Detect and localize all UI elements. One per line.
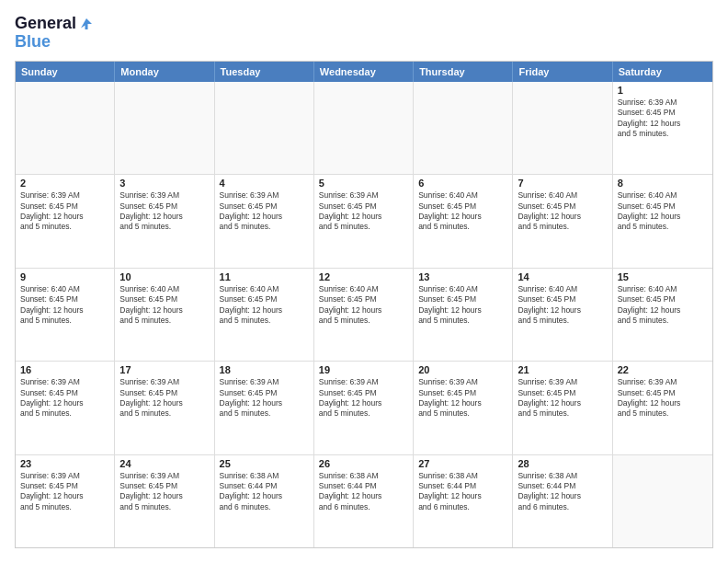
day-info: Sunrise: 6:39 AM Sunset: 6:45 PM Dayligh… [119, 377, 209, 419]
calendar-cell: 20Sunrise: 6:39 AM Sunset: 6:45 PM Dayli… [414, 362, 513, 454]
day-number: 2 [20, 178, 109, 189]
calendar-cell: 14Sunrise: 6:40 AM Sunset: 6:45 PM Dayli… [513, 269, 612, 361]
calendar-row: 1Sunrise: 6:39 AM Sunset: 6:45 PM Daylig… [16, 82, 712, 174]
day-info: Sunrise: 6:39 AM Sunset: 6:45 PM Dayligh… [618, 98, 708, 140]
calendar-cell [613, 455, 712, 547]
day-number: 21 [518, 364, 607, 375]
day-info: Sunrise: 6:40 AM Sunset: 6:45 PM Dayligh… [319, 284, 408, 327]
day-number: 7 [518, 178, 607, 189]
calendar-body: 1Sunrise: 6:39 AM Sunset: 6:45 PM Daylig… [16, 82, 712, 547]
day-number: 18 [220, 364, 309, 375]
calendar-cell: 4Sunrise: 6:39 AM Sunset: 6:45 PM Daylig… [215, 175, 314, 267]
day-info: Sunrise: 6:39 AM Sunset: 6:45 PM Dayligh… [220, 377, 309, 419]
day-number: 16 [20, 364, 109, 375]
weekday-header: Thursday [414, 62, 513, 82]
day-info: Sunrise: 6:40 AM Sunset: 6:45 PM Dayligh… [220, 284, 309, 327]
calendar-cell: 7Sunrise: 6:40 AM Sunset: 6:45 PM Daylig… [513, 175, 612, 267]
day-number: 6 [418, 178, 507, 189]
day-info: Sunrise: 6:39 AM Sunset: 6:45 PM Dayligh… [518, 377, 607, 419]
calendar-cell: 27Sunrise: 6:38 AM Sunset: 6:44 PM Dayli… [414, 455, 513, 547]
day-info: Sunrise: 6:38 AM Sunset: 6:44 PM Dayligh… [518, 471, 607, 513]
calendar-cell: 24Sunrise: 6:39 AM Sunset: 6:45 PM Dayli… [115, 455, 214, 547]
calendar-cell [314, 82, 414, 174]
calendar-cell: 13Sunrise: 6:40 AM Sunset: 6:45 PM Dayli… [414, 269, 513, 361]
calendar-cell: 23Sunrise: 6:39 AM Sunset: 6:45 PM Dayli… [16, 455, 115, 547]
weekday-header: Sunday [16, 62, 115, 82]
day-info: Sunrise: 6:39 AM Sunset: 6:45 PM Dayligh… [418, 377, 507, 419]
day-number: 9 [20, 271, 109, 282]
day-info: Sunrise: 6:40 AM Sunset: 6:45 PM Dayligh… [20, 284, 109, 327]
calendar-header: SundayMondayTuesdayWednesdayThursdayFrid… [16, 62, 712, 82]
page: General Blue SundayMondayTuesdayWednesda… [0, 0, 728, 563]
header: General Blue [15, 15, 713, 52]
calendar-cell: 9Sunrise: 6:40 AM Sunset: 6:45 PM Daylig… [16, 269, 115, 361]
calendar-cell [513, 82, 612, 174]
day-number: 27 [418, 458, 507, 469]
day-number: 4 [220, 178, 309, 189]
day-info: Sunrise: 6:40 AM Sunset: 6:45 PM Dayligh… [518, 190, 607, 233]
calendar-cell: 3Sunrise: 6:39 AM Sunset: 6:45 PM Daylig… [115, 175, 214, 267]
day-number: 14 [518, 271, 607, 282]
day-number: 13 [418, 271, 507, 282]
calendar-cell: 8Sunrise: 6:40 AM Sunset: 6:45 PM Daylig… [613, 175, 712, 267]
day-info: Sunrise: 6:39 AM Sunset: 6:45 PM Dayligh… [220, 190, 309, 233]
day-number: 24 [119, 458, 209, 469]
calendar-cell: 17Sunrise: 6:39 AM Sunset: 6:45 PM Dayli… [115, 362, 214, 454]
calendar-row: 2Sunrise: 6:39 AM Sunset: 6:45 PM Daylig… [16, 174, 712, 267]
day-number: 15 [618, 271, 708, 282]
calendar-row: 16Sunrise: 6:39 AM Sunset: 6:45 PM Dayli… [16, 361, 712, 454]
day-number: 26 [319, 458, 408, 469]
day-number: 22 [618, 364, 708, 375]
weekday-header: Saturday [613, 62, 712, 82]
calendar-cell: 28Sunrise: 6:38 AM Sunset: 6:44 PM Dayli… [513, 455, 612, 547]
day-number: 28 [518, 458, 607, 469]
calendar-cell: 25Sunrise: 6:38 AM Sunset: 6:44 PM Dayli… [215, 455, 314, 547]
calendar-cell: 26Sunrise: 6:38 AM Sunset: 6:44 PM Dayli… [314, 455, 414, 547]
calendar-cell: 11Sunrise: 6:40 AM Sunset: 6:45 PM Dayli… [215, 269, 314, 361]
svg-marker-0 [81, 18, 92, 29]
calendar-cell [16, 82, 115, 174]
day-number: 1 [618, 85, 708, 96]
day-info: Sunrise: 6:38 AM Sunset: 6:44 PM Dayligh… [418, 471, 507, 513]
calendar-cell [414, 82, 513, 174]
calendar-cell: 12Sunrise: 6:40 AM Sunset: 6:45 PM Dayli… [314, 269, 414, 361]
calendar-cell: 21Sunrise: 6:39 AM Sunset: 6:45 PM Dayli… [513, 362, 612, 454]
day-info: Sunrise: 6:39 AM Sunset: 6:45 PM Dayligh… [319, 190, 408, 233]
calendar-cell [215, 82, 314, 174]
day-info: Sunrise: 6:40 AM Sunset: 6:45 PM Dayligh… [119, 284, 209, 327]
day-info: Sunrise: 6:39 AM Sunset: 6:45 PM Dayligh… [119, 471, 209, 513]
calendar-cell: 10Sunrise: 6:40 AM Sunset: 6:45 PM Dayli… [115, 269, 214, 361]
calendar-cell: 18Sunrise: 6:39 AM Sunset: 6:45 PM Dayli… [215, 362, 314, 454]
calendar-cell [115, 82, 214, 174]
calendar-cell: 5Sunrise: 6:39 AM Sunset: 6:45 PM Daylig… [314, 175, 414, 267]
day-info: Sunrise: 6:39 AM Sunset: 6:45 PM Dayligh… [20, 377, 109, 419]
day-number: 3 [119, 178, 209, 189]
day-number: 12 [319, 271, 408, 282]
weekday-header: Monday [115, 62, 214, 82]
day-number: 10 [119, 271, 209, 282]
day-info: Sunrise: 6:39 AM Sunset: 6:45 PM Dayligh… [20, 190, 109, 233]
calendar: SundayMondayTuesdayWednesdayThursdayFrid… [15, 61, 713, 548]
day-number: 25 [220, 458, 309, 469]
day-info: Sunrise: 6:38 AM Sunset: 6:44 PM Dayligh… [220, 471, 309, 513]
calendar-cell: 16Sunrise: 6:39 AM Sunset: 6:45 PM Dayli… [16, 362, 115, 454]
day-info: Sunrise: 6:39 AM Sunset: 6:45 PM Dayligh… [119, 190, 209, 233]
day-number: 5 [319, 178, 408, 189]
calendar-cell: 6Sunrise: 6:40 AM Sunset: 6:45 PM Daylig… [414, 175, 513, 267]
weekday-header: Friday [513, 62, 612, 82]
calendar-cell: 22Sunrise: 6:39 AM Sunset: 6:45 PM Dayli… [613, 362, 712, 454]
logo-text-blue: Blue [15, 33, 95, 52]
calendar-row: 23Sunrise: 6:39 AM Sunset: 6:45 PM Dayli… [16, 454, 712, 547]
logo: General Blue [15, 15, 95, 52]
day-info: Sunrise: 6:38 AM Sunset: 6:44 PM Dayligh… [319, 471, 408, 513]
day-info: Sunrise: 6:40 AM Sunset: 6:45 PM Dayligh… [518, 284, 607, 327]
day-info: Sunrise: 6:39 AM Sunset: 6:45 PM Dayligh… [20, 471, 109, 513]
day-number: 23 [20, 458, 109, 469]
day-number: 8 [618, 178, 708, 189]
weekday-header: Wednesday [314, 62, 414, 82]
logo-text: General [15, 15, 76, 33]
day-info: Sunrise: 6:39 AM Sunset: 6:45 PM Dayligh… [618, 377, 708, 419]
weekday-header: Tuesday [215, 62, 314, 82]
day-number: 20 [418, 364, 507, 375]
logo-icon [78, 16, 95, 32]
